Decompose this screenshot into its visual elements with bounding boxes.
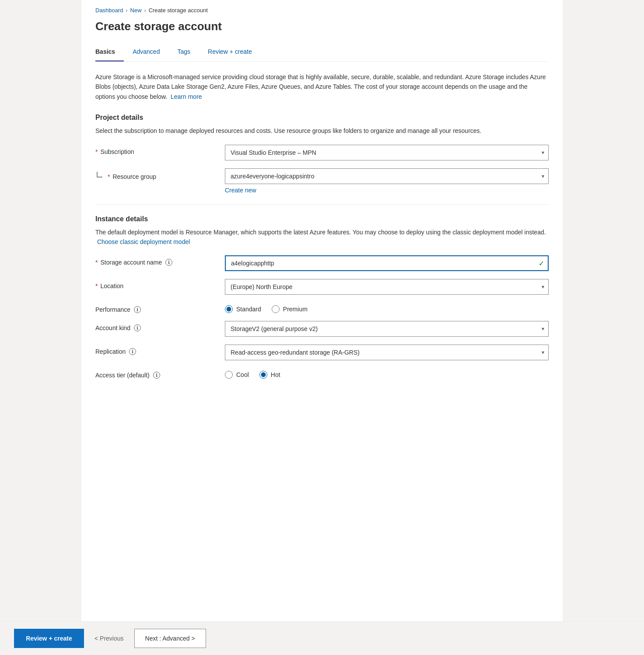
access-tier-hot-label: Hot: [271, 371, 280, 378]
access-tier-info-icon[interactable]: ℹ: [153, 372, 160, 379]
subscription-select-wrapper: Visual Studio Enterprise – MPN ▾: [225, 145, 549, 160]
tab-tags[interactable]: Tags: [168, 44, 199, 62]
instance-description: The default deployment model is Resource…: [95, 227, 549, 247]
storage-name-input[interactable]: [225, 255, 549, 271]
project-details-description: Select the subscription to manage deploy…: [95, 126, 549, 136]
subscription-label: * Subscription: [95, 145, 218, 155]
location-select[interactable]: (Europe) North Europe: [225, 279, 549, 295]
choose-deployment-link[interactable]: Choose classic deployment model: [97, 238, 190, 245]
resource-group-select-wrapper: azure4everyone-logicappsintro ▾: [225, 168, 549, 184]
access-tier-radio-group: Cool Hot: [225, 368, 549, 379]
performance-radio-group: Standard Premium: [225, 303, 549, 313]
breadcrumb-sep-2: ›: [144, 7, 146, 14]
create-new-link[interactable]: Create new: [225, 187, 549, 194]
location-select-wrapper: (Europe) North Europe ▾: [225, 279, 549, 295]
replication-label: Replication ℹ: [95, 345, 218, 355]
performance-premium-option[interactable]: Premium: [272, 305, 308, 313]
performance-standard-radio[interactable]: [225, 305, 233, 313]
storage-name-row: * Storage account name ℹ ✓: [95, 255, 549, 271]
replication-info-icon[interactable]: ℹ: [129, 348, 136, 355]
tab-review-create[interactable]: Review + create: [199, 44, 261, 62]
performance-label: Performance ℹ: [95, 303, 218, 313]
project-details-title: Project details: [95, 114, 549, 122]
resource-group-control: azure4everyone-logicappsintro ▾ Create n…: [225, 168, 549, 194]
subscription-select[interactable]: Visual Studio Enterprise – MPN: [225, 145, 549, 160]
storage-name-info-icon[interactable]: ℹ: [165, 259, 172, 266]
subscription-control: Visual Studio Enterprise – MPN ▾: [225, 145, 549, 160]
account-kind-select-wrapper: StorageV2 (general purpose v2) ▾: [225, 321, 549, 337]
resource-group-row: * Resource group azure4everyone-logicapp…: [95, 168, 549, 194]
page-title: Create storage account: [95, 18, 549, 33]
section-divider-1: [95, 204, 549, 205]
access-tier-cool-option[interactable]: Cool: [225, 371, 249, 379]
resource-group-select[interactable]: azure4everyone-logicappsintro: [225, 168, 549, 184]
review-create-button[interactable]: Review + create: [14, 629, 84, 648]
subscription-row: * Subscription Visual Studio Enterprise …: [95, 145, 549, 160]
account-kind-label: Account kind ℹ: [95, 321, 218, 331]
footer-bar: Review + create < Previous Next : Advanc…: [0, 621, 644, 655]
location-control: (Europe) North Europe ▾: [225, 279, 549, 295]
storage-name-label: * Storage account name ℹ: [95, 255, 218, 266]
breadcrumb-current: Create storage account: [149, 7, 208, 14]
previous-button[interactable]: < Previous: [91, 629, 127, 648]
access-tier-hot-radio[interactable]: [259, 371, 267, 379]
intro-description: Azure Storage is a Microsoft-managed ser…: [95, 72, 549, 101]
performance-standard-label: Standard: [236, 306, 261, 313]
account-kind-row: Account kind ℹ StorageV2 (general purpos…: [95, 321, 549, 337]
replication-select-wrapper: Read-access geo-redundant storage (RA-GR…: [225, 345, 549, 360]
breadcrumb-sep-1: ›: [126, 7, 128, 14]
performance-standard-option[interactable]: Standard: [225, 305, 261, 313]
breadcrumb-dashboard[interactable]: Dashboard: [95, 7, 123, 14]
account-kind-select[interactable]: StorageV2 (general purpose v2): [225, 321, 549, 337]
access-tier-row: Access tier (default) ℹ Cool Hot: [95, 368, 549, 379]
tab-advanced[interactable]: Advanced: [124, 44, 168, 62]
performance-control: Standard Premium: [225, 303, 549, 313]
breadcrumb-new[interactable]: New: [130, 7, 142, 14]
access-tier-control: Cool Hot: [225, 368, 549, 379]
next-advanced-button[interactable]: Next : Advanced >: [134, 629, 206, 648]
storage-name-checkmark-icon: ✓: [539, 259, 544, 268]
location-row: * Location (Europe) North Europe ▾: [95, 279, 549, 295]
instance-details-title: Instance details: [95, 215, 549, 223]
performance-info-icon[interactable]: ℹ: [134, 306, 141, 313]
access-tier-cool-label: Cool: [236, 371, 249, 378]
main-container: Dashboard › New › Create storage account…: [81, 0, 563, 655]
resource-group-label-container: * Resource group: [95, 168, 218, 182]
resource-group-indent-icon: [95, 172, 104, 181]
storage-name-input-wrapper: ✓: [225, 255, 549, 271]
performance-row: Performance ℹ Standard Premium: [95, 303, 549, 313]
replication-select[interactable]: Read-access geo-redundant storage (RA-GR…: [225, 345, 549, 360]
account-kind-control: StorageV2 (general purpose v2) ▾: [225, 321, 549, 337]
replication-control: Read-access geo-redundant storage (RA-GR…: [225, 345, 549, 360]
storage-name-control: ✓: [225, 255, 549, 271]
location-label: * Location: [95, 279, 218, 289]
account-kind-info-icon[interactable]: ℹ: [134, 324, 141, 331]
replication-row: Replication ℹ Read-access geo-redundant …: [95, 345, 549, 360]
access-tier-hot-option[interactable]: Hot: [259, 371, 280, 379]
breadcrumb: Dashboard › New › Create storage account: [95, 0, 549, 18]
performance-premium-radio[interactable]: [272, 305, 280, 313]
access-tier-cool-radio[interactable]: [225, 371, 233, 379]
learn-more-link[interactable]: Learn more: [171, 93, 202, 100]
tabs-container: Basics Advanced Tags Review + create: [95, 44, 549, 62]
access-tier-label: Access tier (default) ℹ: [95, 368, 218, 379]
tab-basics[interactable]: Basics: [95, 44, 124, 62]
performance-premium-label: Premium: [283, 306, 308, 313]
